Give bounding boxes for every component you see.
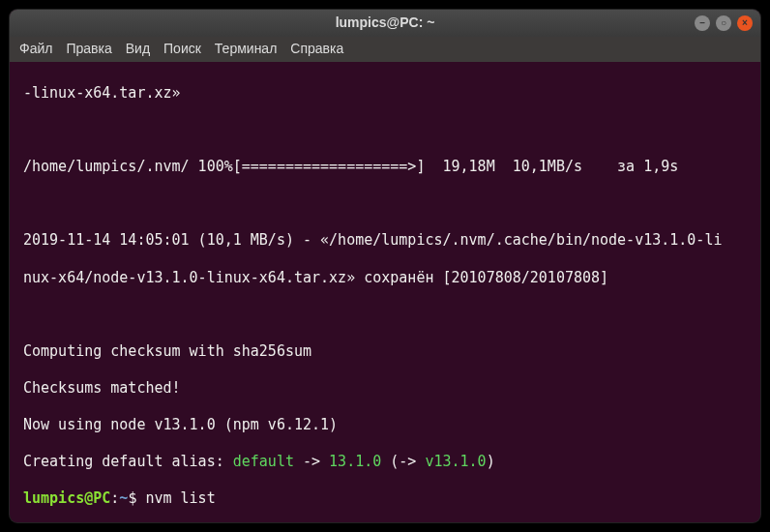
menubar: Файл Правка Вид Поиск Терминал Справка bbox=[10, 37, 760, 62]
output-line: nux-x64/node-v13.1.0-linux-x64.tar.xz» с… bbox=[23, 269, 751, 287]
output-blank bbox=[23, 306, 751, 324]
menu-terminal[interactable]: Терминал bbox=[215, 41, 277, 58]
minimize-button[interactable]: – bbox=[695, 15, 710, 31]
menu-search[interactable]: Поиск bbox=[163, 41, 201, 58]
menu-view[interactable]: Вид bbox=[126, 41, 150, 58]
output-blank bbox=[23, 121, 751, 139]
menu-edit[interactable]: Правка bbox=[66, 41, 111, 58]
output-line: Now using node v13.1.0 (npm v6.12.1) bbox=[23, 416, 751, 434]
close-button[interactable]: × bbox=[737, 15, 753, 31]
maximize-button[interactable]: ○ bbox=[716, 15, 731, 31]
output-line: 2019-11-14 14:05:01 (10,1 MB/s) - «/home… bbox=[23, 231, 751, 250]
output-line: Checksums matched! bbox=[23, 379, 751, 398]
titlebar[interactable]: lumpics@PC: ~ – ○ × bbox=[10, 10, 760, 37]
output-blank bbox=[23, 194, 751, 213]
output-line: Computing checksum with sha256sum bbox=[23, 342, 751, 361]
window-controls: – ○ × bbox=[695, 15, 753, 31]
window-title: lumpics@PC: ~ bbox=[336, 15, 435, 32]
terminal-area[interactable]: -linux-x64.tar.xz» /home/lumpics/.nvm/ 1… bbox=[10, 62, 760, 522]
terminal-window: lumpics@PC: ~ – ○ × Файл Правка Вид Поис… bbox=[10, 10, 760, 522]
output-line: Creating default alias: default -> 13.1.… bbox=[23, 453, 751, 471]
menu-file[interactable]: Файл bbox=[19, 41, 52, 58]
prompt-line: lumpics@PC:~$ nvm list bbox=[23, 489, 751, 508]
output-line: /home/lumpics/.nvm/ 100%[===============… bbox=[23, 158, 751, 176]
output-line: -linux-x64.tar.xz» bbox=[23, 84, 751, 103]
menu-help[interactable]: Справка bbox=[290, 41, 343, 58]
command-text: nvm list bbox=[145, 489, 215, 507]
